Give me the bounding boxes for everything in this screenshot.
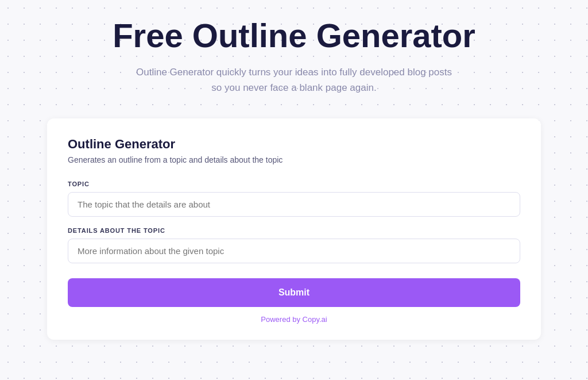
form-card-subtitle: Generates an outline from a topic and de…: [68, 155, 520, 164]
powered-by-text: Powered by Copy.ai: [68, 315, 520, 324]
hero-subtitle-line1: Outline Generator quickly turns your ide…: [136, 67, 452, 78]
details-input[interactable]: [68, 239, 520, 263]
form-card-title: Outline Generator: [68, 137, 520, 152]
submit-button[interactable]: Submit: [68, 278, 520, 307]
hero-subtitle-line2: so you never face a blank page again.: [211, 82, 376, 93]
topic-field-group: TOPIC: [68, 181, 520, 217]
hero-title: Free Outline Generator: [113, 17, 475, 54]
topic-input[interactable]: [68, 192, 520, 217]
hero-section: Free Outline Generator Outline Generator…: [113, 17, 475, 95]
details-label: DETAILS ABOUT THE TOPIC: [68, 227, 520, 234]
form-card: Outline Generator Generates an outline f…: [47, 118, 541, 340]
details-field-group: DETAILS ABOUT THE TOPIC: [68, 227, 520, 263]
hero-subtitle: Outline Generator quickly turns your ide…: [113, 64, 475, 95]
topic-label: TOPIC: [68, 181, 520, 187]
